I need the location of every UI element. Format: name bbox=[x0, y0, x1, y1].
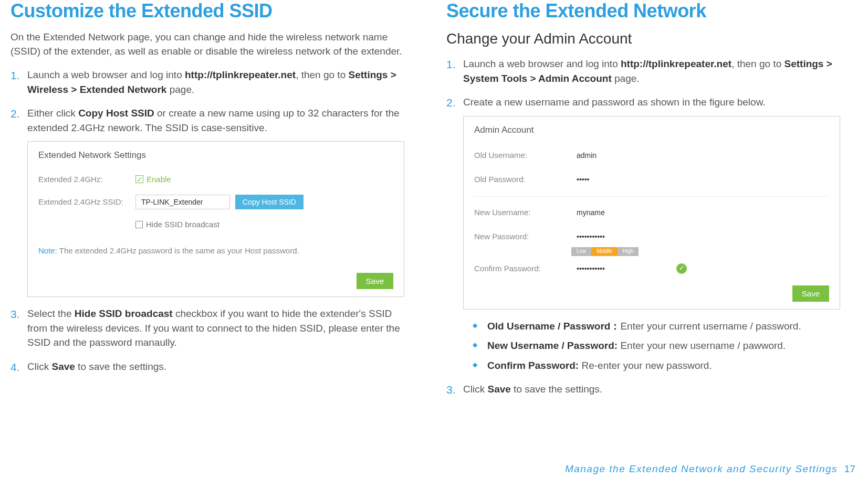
extended-24-label: Extended 2.4GHz: bbox=[38, 174, 130, 185]
shot-admin-title: Admin Account bbox=[474, 124, 829, 137]
checkbox-unchecked-icon bbox=[135, 221, 143, 228]
old-username-label: Old Username: bbox=[474, 150, 566, 161]
extended-network-screenshot: Extended Network Settings Extended 2.4GH… bbox=[27, 141, 404, 297]
extended-ssid-label: Extended 2.4GHz SSID: bbox=[38, 196, 130, 208]
left-steps: Launch a web browser and log into http:/… bbox=[11, 68, 404, 374]
left-column: Customize the Extended SSID On the Exten… bbox=[11, 0, 404, 406]
desc-confirm: Confirm Password: Re-enter your new pass… bbox=[473, 358, 840, 373]
old-password-input[interactable] bbox=[571, 172, 666, 187]
left-intro: On the Extended Network page, you can ch… bbox=[11, 30, 404, 58]
right-steps: Launch a web browser and log into http:/… bbox=[446, 57, 840, 397]
strength-middle: Middle bbox=[591, 247, 617, 256]
url: http://tplinkrepeater.net bbox=[185, 69, 296, 80]
left-step-4: Click Save to save the settings. bbox=[11, 359, 404, 374]
check-ok-icon: ✓ bbox=[676, 263, 687, 274]
old-username-input[interactable] bbox=[571, 148, 666, 163]
right-step-1: Launch a web browser and log into http:/… bbox=[446, 57, 840, 86]
admin-account-screenshot: Admin Account Old Username: Old Password… bbox=[463, 116, 840, 310]
shot-title: Extended Network Settings bbox=[38, 149, 393, 162]
page-number: 17 bbox=[844, 463, 855, 474]
new-password-label: New Password: bbox=[474, 231, 566, 242]
right-title: Secure the Extended Network bbox=[446, 0, 840, 22]
confirm-password-label: Confirm Password: bbox=[474, 263, 566, 274]
url: http://tplinkrepeater.net bbox=[621, 58, 731, 69]
new-username-input[interactable] bbox=[571, 205, 666, 220]
save-button[interactable]: Save bbox=[792, 285, 829, 302]
enable-checkbox[interactable]: Enable bbox=[135, 174, 171, 185]
strength-high: High bbox=[618, 247, 639, 256]
checkbox-checked-icon bbox=[135, 175, 143, 183]
left-title: Customize the Extended SSID bbox=[11, 0, 404, 22]
left-step-2: Either click Copy Host SSID or create a … bbox=[11, 106, 404, 297]
right-step-3: Click Save to save the settings. bbox=[446, 382, 840, 397]
note-row: Note: The extended 2.4GHz password is th… bbox=[38, 245, 393, 257]
strength-low: Low bbox=[571, 247, 591, 256]
right-step-2: Create a new username and password as sh… bbox=[446, 95, 840, 373]
password-strength-meter: Low Middle High bbox=[571, 247, 829, 256]
desc-old: Old Username / Password：Enter your curre… bbox=[473, 319, 840, 334]
ssid-input[interactable] bbox=[135, 195, 230, 209]
confirm-password-input[interactable] bbox=[571, 261, 666, 276]
new-username-label: New Username: bbox=[474, 207, 566, 218]
hide-ssid-checkbox[interactable]: Hide SSID broadcast bbox=[135, 219, 393, 230]
new-password-input[interactable] bbox=[571, 229, 666, 244]
field-descriptions: Old Username / Password：Enter your curre… bbox=[463, 319, 840, 373]
right-subtitle: Change your Admin Account bbox=[446, 30, 840, 47]
desc-new: New Username / Password: Enter your new … bbox=[473, 338, 840, 353]
save-button[interactable]: Save bbox=[357, 273, 393, 289]
old-password-label: Old Password: bbox=[474, 174, 566, 185]
page-footer: Manage the Extended Network and Security… bbox=[565, 463, 855, 475]
separator bbox=[474, 196, 829, 197]
right-column: Secure the Extended Network Change your … bbox=[446, 0, 840, 406]
left-step-3: Select the Hide SSID broadcast checkbox … bbox=[11, 306, 404, 350]
copy-host-ssid-button[interactable]: Copy Host SSID bbox=[235, 195, 304, 209]
left-step-1: Launch a web browser and log into http:/… bbox=[11, 68, 404, 97]
